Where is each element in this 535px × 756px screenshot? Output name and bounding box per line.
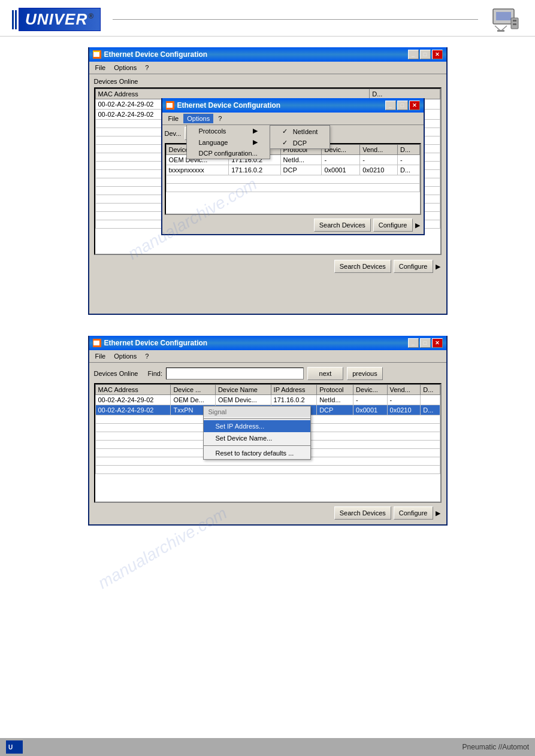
menu-file-1[interactable]: File: [92, 63, 110, 72]
window2-title: Ethernet Device Configuration: [104, 339, 408, 347]
window2-content: Devices Online Find: next previous MAC A…: [89, 363, 446, 524]
window1-title: Ethernet Device Configuration: [104, 50, 408, 59]
find-label-2: Find:: [147, 370, 162, 377]
logo-stripes: [12, 10, 17, 29]
configure-btn-2[interactable]: Configure: [394, 506, 433, 520]
inner-search-btn[interactable]: Search Devices: [314, 218, 371, 232]
previous-btn-2[interactable]: previous: [347, 367, 383, 380]
inner-menu-file[interactable]: File: [165, 114, 183, 123]
menu-file-2[interactable]: File: [92, 351, 110, 361]
protocols-submenu: ✓ NetIdent ✓ DCP: [270, 125, 331, 149]
inner-menubar-1: File Options ? Protocols ▶ Language ▶: [162, 113, 424, 125]
window1-buttons[interactable]: _ □ ✕: [408, 50, 443, 59]
configure-btn-1[interactable]: Configure: [394, 260, 433, 273]
menu-options-1[interactable]: Options: [110, 63, 140, 72]
submenu-dcp[interactable]: ✓ DCP: [270, 137, 330, 148]
titlebar-icon-1: [93, 50, 101, 59]
cell2-vend: -: [387, 395, 421, 405]
inner-title-1: Ethernet Device Configuration: [177, 101, 385, 110]
dropdown-dcp-config[interactable]: DCP configuration...: [187, 148, 270, 159]
col2-vend: Vend...: [387, 385, 421, 395]
maximize-btn-2[interactable]: □: [420, 338, 431, 348]
context-menu-header: Signal: [204, 406, 310, 417]
inner-win-buttons[interactable]: _ □ ✕: [385, 101, 420, 110]
find-input-2[interactable]: [166, 368, 304, 379]
col2-proto: Protocol: [317, 385, 353, 395]
logo-text: UNIVER®: [19, 8, 101, 31]
devices-online-label-1: Devices Online: [94, 78, 138, 85]
close-btn-2[interactable]: ✕: [432, 338, 443, 348]
inner-configure-btn[interactable]: Configure: [373, 218, 413, 232]
find-bar-2: Devices Online Find: next previous: [92, 365, 444, 382]
search-devices-btn-2[interactable]: Search Devices: [334, 506, 391, 520]
context-reset[interactable]: Reset to factory defaults ...: [204, 447, 310, 459]
svg-rect-11: [93, 341, 99, 345]
inner-close-btn[interactable]: ✕: [409, 101, 420, 110]
titlebar-2: Ethernet Device Configuration _ □ ✕: [89, 336, 446, 350]
dcp-check-icon: ✓: [282, 139, 289, 147]
outer-window-2: Ethernet Device Configuration _ □ ✕ File…: [88, 336, 448, 526]
menu-help-2[interactable]: ?: [141, 351, 152, 361]
cell2-devic-sel: 0x0001: [353, 405, 387, 415]
menu-help-1[interactable]: ?: [141, 63, 152, 72]
col2-name: Device Name: [215, 385, 271, 395]
table-row-2-1[interactable]: 00-02-A2-24-29-02 OEM De... OEM Devic...…: [95, 395, 440, 405]
menubar-2: File Options ?: [89, 350, 446, 363]
titlebar-1: Ethernet Device Configuration _ □ ✕: [89, 47, 446, 62]
svg-rect-8: [93, 52, 99, 57]
col2-device: Device ...: [171, 385, 216, 395]
cell2-proto: NetId...: [317, 395, 353, 405]
svg-rect-3: [513, 20, 516, 22]
cell2-device: OEM De...: [171, 395, 216, 405]
context-set-ip[interactable]: Set IP Address...: [204, 420, 310, 432]
language-label: Language: [199, 139, 228, 146]
context-separator-2: [204, 445, 310, 446]
maximize-btn-1[interactable]: □: [420, 50, 431, 59]
inner-cell-devic: 0x0001: [322, 165, 360, 175]
inner-cell-d: D...: [398, 165, 419, 175]
dropdown-language[interactable]: Language ▶: [187, 136, 270, 148]
inner-menu-options[interactable]: Options: [183, 114, 213, 123]
inner-cell-vend: 0x0210: [360, 165, 398, 175]
submenu-netident[interactable]: ✓ NetIdent: [270, 126, 330, 137]
dropdown-protocols[interactable]: Protocols ▶: [187, 125, 270, 136]
search-devices-btn-1[interactable]: Search Devices: [334, 260, 391, 273]
col2-devic: Devic...: [353, 385, 387, 395]
menu-options-2[interactable]: Options: [110, 351, 140, 361]
submenu-arrow-icon: ▶: [253, 127, 258, 135]
footer-text: Pneumatic //Automot: [463, 743, 529, 751]
page-footer: U Pneumatic //Automot: [0, 738, 535, 756]
bottom-bar-1: Search Devices Configure ▶: [92, 257, 444, 275]
inner-bottom-bar: Search Devices Configure ▶: [162, 216, 424, 234]
close-btn-1[interactable]: ✕: [432, 50, 443, 59]
inner-cell-vend: -: [360, 155, 398, 165]
inner-col-vend: Vend...: [360, 145, 398, 155]
minimize-btn-1[interactable]: _: [408, 50, 419, 59]
menubar-1: File Options ?: [89, 62, 446, 74]
svg-rect-1: [496, 12, 511, 20]
col2-d: D...: [421, 385, 440, 395]
language-arrow-icon: ▶: [253, 138, 258, 146]
minimize-btn-2[interactable]: _: [408, 338, 419, 348]
page-header: UNIVER®: [0, 0, 535, 37]
cell2-vend-sel: 0x0210: [387, 405, 421, 415]
section-2: Ethernet Device Configuration _ □ ✕ File…: [0, 333, 535, 532]
protocols-label: Protocols: [199, 127, 226, 135]
inner-menu-help[interactable]: ?: [214, 114, 225, 123]
svg-rect-7: [497, 30, 504, 32]
device-icon: [490, 6, 523, 33]
inner-cell-ip: 171.16.0.2: [229, 165, 280, 175]
inner-minimize-btn[interactable]: _: [385, 101, 396, 110]
cell2-name: OEM Devic...: [215, 395, 271, 405]
inner-maximize-btn[interactable]: □: [397, 101, 408, 110]
window2-buttons[interactable]: _ □ ✕: [408, 338, 443, 348]
next-btn-2[interactable]: next: [307, 367, 343, 380]
dcp-config-label: DCP configuration...: [199, 150, 258, 157]
inner-col-d: D...: [398, 145, 419, 155]
col-d-1: D...: [370, 89, 440, 99]
cell2-mac: 00-02-A2-24-29-02: [95, 395, 171, 405]
cell2-d-sel: D...: [421, 405, 440, 415]
inner-table-row[interactable]: txxxpnxxxxx 171.16.0.2 DCP 0x0001 0x0210…: [166, 165, 419, 175]
col2-mac: MAC Address: [95, 385, 171, 395]
context-set-name[interactable]: Set Device Name...: [204, 432, 310, 444]
